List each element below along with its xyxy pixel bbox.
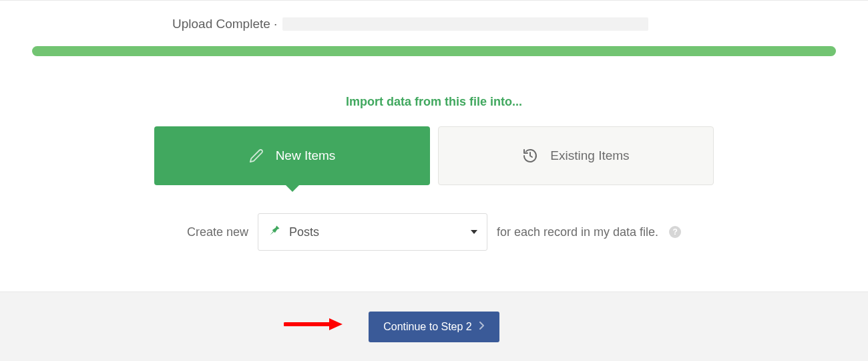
pushpin-icon — [268, 224, 281, 241]
progress-bar — [32, 46, 836, 56]
caret-down-icon — [471, 230, 477, 234]
annotation-arrow — [284, 316, 344, 330]
config-suffix: for each record in my data file. — [497, 225, 658, 239]
new-items-button[interactable]: New Items — [154, 126, 430, 185]
help-icon[interactable]: ? — [669, 226, 681, 238]
existing-items-label: Existing Items — [550, 148, 629, 163]
import-heading: Import data from this file into... — [0, 95, 868, 109]
pencil-icon — [249, 148, 264, 163]
post-type-selected-label: Posts — [289, 225, 471, 239]
main-area: Upload Complete · Import data from this … — [0, 1, 868, 291]
svg-marker-1 — [329, 318, 343, 330]
upload-status-row: Upload Complete · — [0, 17, 868, 31]
continue-button[interactable]: Continue to Step 2 — [369, 312, 499, 342]
progress-row — [0, 46, 868, 56]
post-type-select[interactable]: Posts — [258, 213, 487, 251]
upload-status-text: Upload Complete · — [172, 17, 277, 31]
history-icon — [522, 148, 538, 164]
new-items-label: New Items — [276, 148, 336, 163]
upload-filename-redacted — [282, 17, 648, 31]
footer-bar: Continue to Step 2 — [0, 291, 868, 361]
config-row: Create new Posts for each record in my d… — [0, 213, 868, 251]
chevron-right-icon — [479, 321, 485, 333]
config-prefix: Create new — [187, 225, 248, 239]
import-option-row: New Items Existing Items — [0, 126, 868, 185]
existing-items-button[interactable]: Existing Items — [438, 126, 714, 185]
continue-label: Continue to Step 2 — [383, 321, 472, 333]
